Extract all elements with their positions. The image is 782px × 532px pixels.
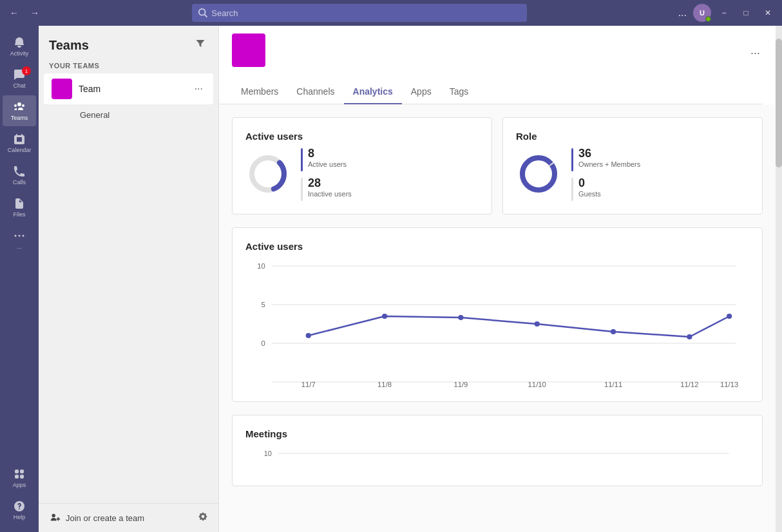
forward-button[interactable]: → bbox=[26, 4, 44, 22]
sidebar-item-help[interactable]: Help bbox=[3, 495, 36, 526]
svg-text:11/8: 11/8 bbox=[377, 381, 392, 388]
inactive-count: 28 bbox=[308, 176, 352, 190]
close-button[interactable]: ✕ bbox=[759, 4, 777, 22]
analytics-content: Active users bbox=[219, 104, 776, 532]
svg-text:11/7: 11/7 bbox=[301, 381, 316, 388]
teams-label: Teams bbox=[11, 115, 28, 121]
svg-point-16 bbox=[458, 315, 463, 320]
chat-label: Chat bbox=[13, 82, 25, 89]
chart-container: 10 5 0 bbox=[245, 260, 749, 388]
svg-text:11/13: 11/13 bbox=[720, 381, 738, 388]
svg-point-19 bbox=[687, 334, 692, 339]
role-stat-info: 36 Owners + Members 0 Guests bbox=[571, 147, 640, 201]
meetings-chart-card: Meetings 10 bbox=[232, 415, 763, 486]
svg-text:11/9: 11/9 bbox=[453, 381, 468, 388]
help-label: Help bbox=[14, 514, 26, 520]
svg-text:0: 0 bbox=[262, 339, 265, 347]
avatar-container[interactable]: U bbox=[693, 4, 711, 22]
svg-point-14 bbox=[306, 333, 311, 338]
team-header-icon bbox=[232, 33, 265, 67]
active-users-donut bbox=[245, 151, 291, 196]
owners-bar bbox=[571, 148, 573, 171]
active-users-title: Active users bbox=[245, 131, 352, 142]
sidebar-footer: Join or create a team bbox=[39, 503, 218, 532]
team-name: Team bbox=[79, 84, 186, 94]
meetings-chart-container: 10 bbox=[245, 447, 749, 473]
minimize-button[interactable]: − bbox=[715, 4, 733, 22]
active-users-card: Active users bbox=[232, 117, 492, 214]
sidebar-item-calls[interactable]: Calls bbox=[3, 160, 36, 191]
team-header-more-button[interactable]: ... bbox=[748, 41, 763, 60]
team-list-item[interactable]: Team ··· bbox=[44, 73, 213, 104]
svg-point-15 bbox=[382, 314, 387, 319]
bell-icon bbox=[13, 36, 26, 49]
join-create-label: Join or create a team bbox=[66, 513, 144, 523]
inactive-bar bbox=[301, 178, 303, 201]
svg-text:11/11: 11/11 bbox=[604, 381, 622, 388]
tabs-row: Members Channels Analytics Apps Tags bbox=[219, 80, 763, 104]
svg-point-20 bbox=[727, 314, 732, 319]
main-layout: Activity 1 Chat Teams Calendar bbox=[0, 26, 782, 532]
svg-text:5: 5 bbox=[262, 301, 265, 309]
titlebar-left: ← → bbox=[5, 4, 44, 22]
role-title: Role bbox=[516, 131, 640, 142]
chart-title: Active users bbox=[245, 241, 749, 252]
teams-icon bbox=[13, 100, 26, 113]
sidebar-item-apps[interactable]: Apps bbox=[3, 462, 36, 493]
settings-button[interactable] bbox=[198, 511, 208, 524]
tab-analytics[interactable]: Analytics bbox=[344, 80, 402, 104]
maximize-button[interactable]: □ bbox=[737, 4, 755, 22]
nav-buttons: ← → bbox=[5, 4, 44, 22]
svg-point-0 bbox=[15, 235, 17, 237]
team-color-icon bbox=[52, 79, 72, 99]
back-button[interactable]: ← bbox=[5, 4, 23, 22]
active-bar bbox=[301, 148, 303, 171]
inactive-stat-line: 28 Inactive users bbox=[301, 176, 352, 201]
tab-channels[interactable]: Channels bbox=[287, 80, 343, 104]
right-scrollbar[interactable] bbox=[776, 26, 782, 532]
search-bar[interactable] bbox=[192, 4, 527, 22]
svg-text:10: 10 bbox=[257, 262, 265, 270]
active-count: 8 bbox=[308, 147, 347, 160]
files-label: Files bbox=[13, 211, 25, 218]
active-stat-line: 8 Active users bbox=[301, 147, 352, 171]
more-options-button[interactable]: ... bbox=[676, 5, 689, 21]
meetings-chart-svg: 10 bbox=[245, 447, 749, 473]
tab-tags[interactable]: Tags bbox=[441, 80, 478, 104]
chat-badge: 1 bbox=[22, 66, 31, 75]
svg-point-2 bbox=[23, 235, 24, 237]
search-input[interactable] bbox=[211, 8, 520, 18]
sidebar-item-more[interactable]: ... bbox=[3, 224, 36, 255]
active-users-card-content: Active users bbox=[245, 131, 352, 201]
sidebar-item-chat[interactable]: 1 Chat bbox=[3, 63, 36, 94]
teams-sidebar: Teams Your teams Team ··· General Join o… bbox=[39, 26, 219, 532]
sidebar-item-files[interactable]: Files bbox=[3, 192, 36, 223]
filter-icon bbox=[195, 39, 205, 49]
owners-stat-line: 36 Owners + Members bbox=[571, 147, 640, 171]
sidebar-title: Teams bbox=[49, 38, 89, 53]
svg-text:11/12: 11/12 bbox=[680, 381, 698, 388]
channel-list-item[interactable]: General bbox=[44, 106, 213, 124]
sidebar-item-activity[interactable]: Activity bbox=[3, 31, 36, 62]
apps-label: Apps bbox=[13, 482, 26, 488]
calendar-icon bbox=[13, 133, 26, 146]
guests-label: Guests bbox=[578, 190, 601, 198]
team-more-button[interactable]: ··· bbox=[192, 82, 205, 96]
join-create-button[interactable]: Join or create a team bbox=[49, 512, 144, 524]
filter-button[interactable] bbox=[193, 36, 208, 54]
tab-apps[interactable]: Apps bbox=[402, 80, 441, 104]
sidebar-item-calendar[interactable]: Calendar bbox=[3, 128, 36, 158]
scrollbar-thumb[interactable] bbox=[776, 39, 782, 167]
sidebar-item-teams[interactable]: Teams bbox=[3, 95, 36, 126]
online-status bbox=[705, 16, 711, 22]
tab-members[interactable]: Members bbox=[232, 80, 287, 104]
more-label: ... bbox=[17, 243, 22, 250]
calls-label: Calls bbox=[13, 179, 26, 185]
svg-point-18 bbox=[611, 329, 616, 334]
owners-label: Owners + Members bbox=[578, 160, 640, 168]
settings-icon bbox=[198, 511, 208, 522]
sidebar-header: Teams bbox=[39, 26, 218, 59]
files-icon bbox=[13, 197, 26, 210]
help-icon bbox=[13, 500, 26, 513]
icon-sidebar: Activity 1 Chat Teams Calendar bbox=[0, 26, 39, 532]
